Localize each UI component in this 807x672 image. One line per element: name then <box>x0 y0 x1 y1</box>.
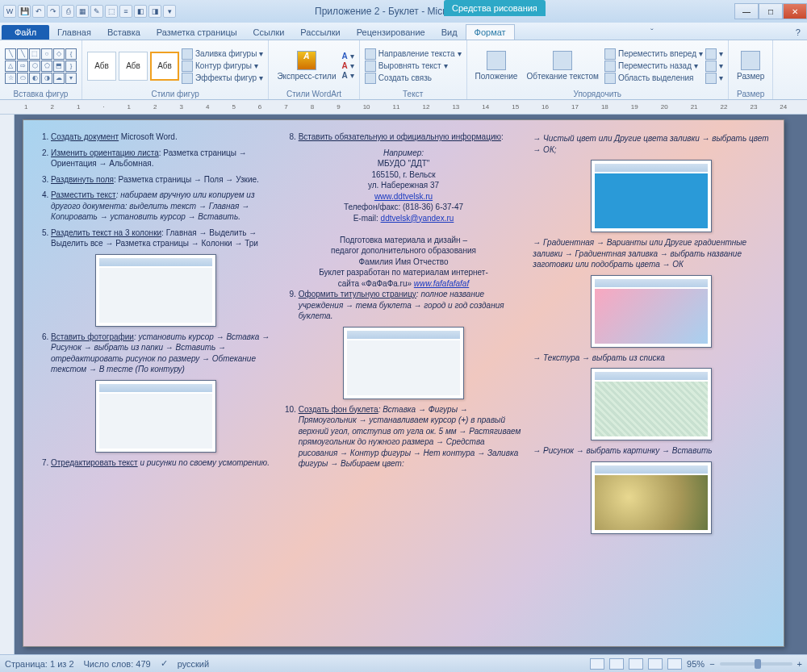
wrap-text-button[interactable]: Обтекание текстом <box>523 49 602 82</box>
quick-access-toolbar: W 💾 ↶ ↷ ⎙ ▦ ✎ ⬚ ≡ ◧ ◨ ▾ <box>0 5 179 18</box>
shape-fill-button[interactable]: Заливка фигуры ▾ <box>182 48 263 60</box>
view-fullscreen-icon[interactable] <box>609 658 624 670</box>
text-fill-button[interactable]: A ▾ <box>342 52 354 61</box>
contextual-tab-label: Средства рисования <box>444 0 546 16</box>
fill-gradient-thumb <box>591 275 712 348</box>
wordart-quick-styles[interactable]: A Экспресс-стили <box>274 49 339 82</box>
zoom-out-button[interactable]: − <box>709 659 714 669</box>
title-bar: W 💾 ↶ ↷ ⎙ ▦ ✎ ⬚ ≡ ◧ ◨ ▾ Приложение 2 - Б… <box>0 0 807 23</box>
shapes-gallery[interactable]: ╲╲⬚○◇{ △⇨⬡⬠⬒} ☆⬭◐◑☁▾ <box>5 48 77 84</box>
qat-icon[interactable]: ▾ <box>163 5 176 18</box>
qat-icon[interactable]: ◧ <box>134 5 147 18</box>
ribbon-minimize-icon[interactable]: ˇ <box>644 25 660 40</box>
column-1: Создать документ Microsoft Word. Изменит… <box>38 131 274 635</box>
fill-texture-thumb <box>591 368 712 440</box>
text-direction-button[interactable]: Направление текста ▾ <box>365 48 462 60</box>
style-preset[interactable]: Абв <box>119 52 148 81</box>
bucket-icon <box>182 48 193 60</box>
text-outline-button[interactable]: A ▾ <box>342 61 354 70</box>
rotate-button[interactable]: ▾ <box>705 73 723 84</box>
text-effects-button[interactable]: A ▾ <box>342 71 354 80</box>
tab-references[interactable]: Ссылки <box>245 25 293 40</box>
horizontal-ruler[interactable]: 121·123456789101112131415161718192021222… <box>0 100 807 115</box>
website-link[interactable]: www.ddtvelsk.ru <box>286 191 522 202</box>
zoom-slider[interactable] <box>720 662 792 666</box>
send-backward-button[interactable]: Переместить назад ▾ <box>604 61 703 72</box>
word-window: W 💾 ↶ ↷ ⎙ ▦ ✎ ⬚ ≡ ◧ ◨ ▾ Приложение 2 - Б… <box>0 0 807 672</box>
status-bar: Страница: 1 из 2 Число слов: 479 ✓ русск… <box>0 654 807 672</box>
file-tab[interactable]: Файл <box>2 25 49 40</box>
tab-view[interactable]: Вид <box>433 25 466 40</box>
tab-format[interactable]: Формат <box>466 24 515 40</box>
email-link[interactable]: ddtvelsk@yandex.ru <box>381 214 454 223</box>
group-button[interactable]: ▾ <box>705 61 723 72</box>
align-button[interactable]: ▾ <box>705 48 723 60</box>
screenshot-thumb <box>95 380 216 453</box>
ribbon: ╲╲⬚○◇{ △⇨⬡⬠⬒} ☆⬭◐◑☁▾ Вставка фигур Абв А… <box>0 40 807 100</box>
style-preset[interactable]: Абв <box>87 52 116 81</box>
qat-print-icon[interactable]: ⎙ <box>61 5 74 18</box>
view-draft-icon[interactable] <box>667 658 682 670</box>
document-area: Создать документ Microsoft Word. Изменит… <box>0 115 807 654</box>
shape-outline-button[interactable]: Контур фигуры ▾ <box>182 61 263 72</box>
effects-icon <box>182 73 193 84</box>
group-text: Направление текста ▾ Выровнять текст ▾ С… <box>360 40 467 99</box>
screenshot-thumb <box>343 327 464 399</box>
group-icon <box>705 61 717 72</box>
qat-word-icon[interactable]: W <box>3 5 16 18</box>
align-text-button[interactable]: Выровнять текст ▾ <box>365 61 462 72</box>
qat-icon[interactable]: ≡ <box>119 5 132 18</box>
qat-icon[interactable]: ✎ <box>90 5 103 18</box>
tab-insert[interactable]: Вставка <box>99 25 148 40</box>
group-arrange: Положение Обтекание текстом Переместить … <box>467 40 730 99</box>
help-icon[interactable]: ? <box>789 25 807 40</box>
page-indicator[interactable]: Страница: 1 из 2 <box>5 659 74 669</box>
group-insert-shapes: ╲╲⬚○◇{ △⇨⬡⬠⬒} ☆⬭◐◑☁▾ Вставка фигур <box>0 40 82 99</box>
selection-pane-button[interactable]: Область выделения <box>604 73 703 84</box>
pen-icon <box>182 61 193 72</box>
fill-solid-thumb <box>591 160 712 232</box>
bring-forward-icon <box>604 48 616 60</box>
view-print-layout-icon[interactable] <box>590 658 604 670</box>
size-button[interactable]: Размер <box>734 49 767 82</box>
word-count[interactable]: Число слов: 479 <box>84 659 151 669</box>
group-label: Стили WordArt <box>274 89 353 98</box>
spellcheck-icon[interactable]: ✓ <box>161 658 168 669</box>
tab-page-layout[interactable]: Разметка страницы <box>148 25 245 40</box>
send-backward-icon <box>604 61 616 72</box>
create-link-button[interactable]: Создать связь <box>365 73 462 84</box>
group-label: Упорядочить <box>472 89 724 98</box>
align-text-icon <box>365 61 376 72</box>
view-outline-icon[interactable] <box>648 658 663 670</box>
qat-undo-icon[interactable]: ↶ <box>32 5 45 18</box>
bring-forward-button[interactable]: Переместить вперед ▾ <box>604 48 703 60</box>
view-web-icon[interactable] <box>629 658 643 670</box>
shape-effects-button[interactable]: Эффекты фигур ▾ <box>182 73 263 84</box>
text-direction-icon <box>365 48 376 60</box>
document-canvas[interactable]: Создать документ Microsoft Word. Изменит… <box>15 115 807 654</box>
maximize-button[interactable]: □ <box>759 3 783 19</box>
selection-pane-icon <box>604 73 616 84</box>
screenshot-thumb <box>95 254 216 327</box>
language-indicator[interactable]: русский <box>178 659 209 669</box>
style-preset-selected[interactable]: Абв <box>150 52 179 81</box>
zoom-level[interactable]: 95% <box>687 659 705 669</box>
tab-review[interactable]: Рецензирование <box>349 25 433 40</box>
ribbon-tabs: Файл Главная Вставка Разметка страницы С… <box>0 23 807 40</box>
vertical-ruler[interactable] <box>0 115 15 654</box>
zoom-in-button[interactable]: + <box>797 659 802 669</box>
group-shape-styles: Абв Абв Абв Заливка фигуры ▾ Контур фигу… <box>82 40 269 99</box>
qat-redo-icon[interactable]: ↷ <box>47 5 60 18</box>
qat-icon[interactable]: ⬚ <box>105 5 118 18</box>
position-button[interactable]: Положение <box>472 49 521 82</box>
fill-picture-thumb <box>591 461 712 534</box>
qat-icon[interactable]: ◨ <box>148 5 161 18</box>
wordart-a-icon: A <box>297 51 316 70</box>
tab-mailings[interactable]: Рассылки <box>292 25 348 40</box>
tab-home[interactable]: Главная <box>49 25 99 40</box>
document-page: Создать документ Microsoft Word. Изменит… <box>23 119 784 647</box>
qat-save-icon[interactable]: 💾 <box>18 5 31 18</box>
qat-icon[interactable]: ▦ <box>76 5 89 18</box>
close-button[interactable]: ✕ <box>783 3 807 19</box>
minimize-button[interactable]: — <box>734 3 759 19</box>
